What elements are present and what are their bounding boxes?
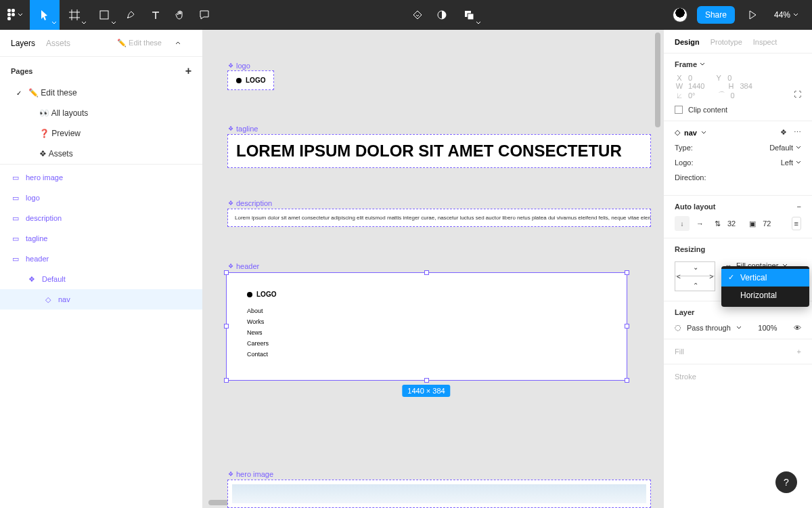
pen-tool-button[interactable] bbox=[119, 0, 143, 30]
frame-y[interactable]: 0 bbox=[727, 74, 731, 82]
selection-handle[interactable] bbox=[224, 378, 229, 383]
independent-corners-button[interactable]: ⛶ bbox=[794, 90, 801, 100]
selection-handle[interactable] bbox=[224, 270, 229, 275]
dropdown-option-horizontal[interactable]: Horizontal bbox=[721, 287, 809, 304]
page-item-assets[interactable]: ❖ Assets bbox=[0, 144, 202, 164]
user-avatar[interactable] bbox=[673, 7, 687, 22]
selection-handle[interactable] bbox=[625, 378, 629, 383]
direction-vertical-button[interactable]: ↓ bbox=[675, 216, 690, 231]
mask-button[interactable] bbox=[430, 0, 454, 30]
layer-nav[interactable]: ◇nav bbox=[0, 289, 202, 310]
padding-field[interactable]: 72 bbox=[763, 219, 771, 228]
page-item-all-layouts[interactable]: 👀 All layouts bbox=[0, 103, 202, 123]
frame-x[interactable]: 0 bbox=[688, 74, 692, 82]
move-tool-button[interactable] bbox=[30, 0, 60, 30]
constraints-widget[interactable]: ⌄ ⌃ < > bbox=[675, 261, 715, 291]
layer-description[interactable]: ▭description bbox=[0, 208, 202, 228]
comment-tool-button[interactable] bbox=[192, 0, 217, 30]
selection-handle[interactable] bbox=[625, 270, 629, 275]
assets-tab[interactable]: Assets bbox=[46, 39, 70, 48]
layer-section: Layer ◌ Pass through 100% 👁 bbox=[664, 301, 812, 339]
blend-mode-dropdown[interactable]: Pass through bbox=[687, 324, 731, 332]
auto-layout-heading: Auto layout bbox=[675, 203, 716, 211]
text-tool-button[interactable] bbox=[143, 0, 168, 30]
canvas-label-header[interactable]: header bbox=[228, 262, 259, 270]
add-page-button[interactable]: + bbox=[185, 65, 191, 77]
prop-type-value[interactable]: Default bbox=[769, 144, 801, 152]
canvas-description-frame[interactable]: Lorem ipsum dolor sit amet consectetur a… bbox=[227, 209, 651, 227]
selection-handle[interactable] bbox=[424, 378, 429, 383]
canvas-label-description[interactable]: description bbox=[228, 199, 272, 207]
canvas-tagline-frame[interactable]: LOREM IPSUM DOLOR SIT AMET CONSECTETUR bbox=[227, 134, 651, 168]
svg-rect-2 bbox=[7, 13, 11, 16]
design-tab[interactable]: Design bbox=[675, 38, 700, 46]
go-to-main-button[interactable]: ❖ bbox=[780, 128, 787, 137]
reset-instance-button[interactable] bbox=[405, 0, 430, 30]
canvas-hero-frame[interactable] bbox=[227, 480, 651, 508]
clip-content-checkbox[interactable] bbox=[675, 106, 683, 114]
layer-logo[interactable]: ▭logo bbox=[0, 188, 202, 208]
rotation-icon: ⟀ bbox=[675, 91, 684, 100]
stroke-section[interactable]: Stroke bbox=[664, 364, 812, 389]
component-name[interactable]: nav bbox=[684, 129, 697, 137]
direction-horizontal-button[interactable]: → bbox=[696, 219, 704, 228]
remove-auto-layout-button[interactable]: − bbox=[797, 203, 801, 211]
alignment-button[interactable]: ≡ bbox=[792, 217, 801, 230]
frame-h[interactable]: 384 bbox=[740, 82, 752, 90]
visibility-toggle[interactable]: 👁 bbox=[794, 324, 801, 332]
logo-dot-icon bbox=[236, 78, 242, 83]
selection-handle[interactable] bbox=[424, 270, 429, 275]
selection-dimensions-badge: 1440 × 384 bbox=[402, 385, 450, 397]
layers-tab[interactable]: Layers bbox=[11, 39, 35, 48]
canvas-header-frame[interactable]: LOGO About Works News Careers Contact bbox=[226, 272, 627, 381]
svg-rect-1 bbox=[12, 9, 15, 12]
prototype-tab[interactable]: Prototype bbox=[710, 38, 742, 46]
figma-menu-button[interactable] bbox=[0, 0, 30, 30]
opacity-field[interactable]: 100% bbox=[758, 324, 777, 332]
frame-rotation[interactable]: 0° bbox=[688, 91, 696, 100]
frame-tool-button[interactable] bbox=[60, 0, 89, 30]
boolean-button[interactable] bbox=[454, 0, 484, 30]
logo-dot-icon bbox=[247, 292, 252, 297]
frame-w[interactable]: 1440 bbox=[688, 82, 704, 90]
canvas-label-logo[interactable]: logo bbox=[228, 62, 250, 70]
prop-logo-value[interactable]: Left bbox=[781, 158, 801, 167]
hand-tool-button[interactable] bbox=[168, 0, 192, 30]
selection-handle[interactable] bbox=[224, 324, 229, 329]
present-button[interactable] bbox=[740, 0, 765, 30]
resizing-heading: Resizing bbox=[675, 245, 705, 253]
component-more-button[interactable]: ⋯ bbox=[794, 128, 801, 137]
layer-default[interactable]: ❖Default bbox=[0, 269, 202, 289]
page-item-edit-these[interactable]: ✏️ Edit these bbox=[0, 83, 202, 103]
page-switcher[interactable]: ✏️ Edit these bbox=[117, 39, 181, 47]
layer-header[interactable]: ▭header bbox=[0, 249, 202, 269]
frame-heading[interactable]: Frame bbox=[675, 60, 801, 68]
vertical-scrollbar[interactable] bbox=[655, 33, 660, 497]
prop-direction-label: Direction: bbox=[675, 173, 706, 182]
frame-radius[interactable]: 0 bbox=[731, 91, 735, 100]
svg-rect-4 bbox=[7, 17, 11, 20]
canvas[interactable]: logo LOGO tagline LOREM IPSUM DOLOR SIT … bbox=[203, 30, 663, 508]
add-fill-button[interactable]: + bbox=[797, 347, 801, 356]
page-item-preview[interactable]: ❓ Preview bbox=[0, 123, 202, 144]
canvas-logo-frame[interactable]: LOGO bbox=[227, 70, 274, 90]
inspect-tab[interactable]: Inspect bbox=[753, 38, 777, 46]
share-button[interactable]: Share bbox=[697, 6, 735, 24]
dropdown-option-vertical[interactable]: Vertical bbox=[721, 269, 809, 287]
nav-link: Contact bbox=[247, 351, 606, 358]
selection-handle[interactable] bbox=[625, 324, 629, 329]
canvas-label-tagline[interactable]: tagline bbox=[228, 125, 258, 133]
canvas-label-hero[interactable]: hero image bbox=[228, 470, 273, 478]
shape-tool-button[interactable] bbox=[89, 0, 119, 30]
help-button[interactable]: ? bbox=[775, 471, 797, 493]
svg-rect-8 bbox=[468, 14, 474, 20]
zoom-dropdown[interactable]: 44% bbox=[765, 10, 808, 20]
fill-section[interactable]: Fill+ bbox=[664, 339, 812, 364]
nav-link: Careers bbox=[247, 340, 606, 347]
pages-heading: Pages bbox=[11, 67, 32, 75]
svg-rect-5 bbox=[100, 11, 108, 19]
left-panel: Layers Assets ✏️ Edit these Pages + ✏️ E… bbox=[0, 30, 203, 508]
gap-field[interactable]: 32 bbox=[727, 219, 736, 228]
layer-tagline[interactable]: ▭tagline bbox=[0, 228, 202, 249]
layer-hero-image[interactable]: ▭hero image bbox=[0, 167, 202, 188]
